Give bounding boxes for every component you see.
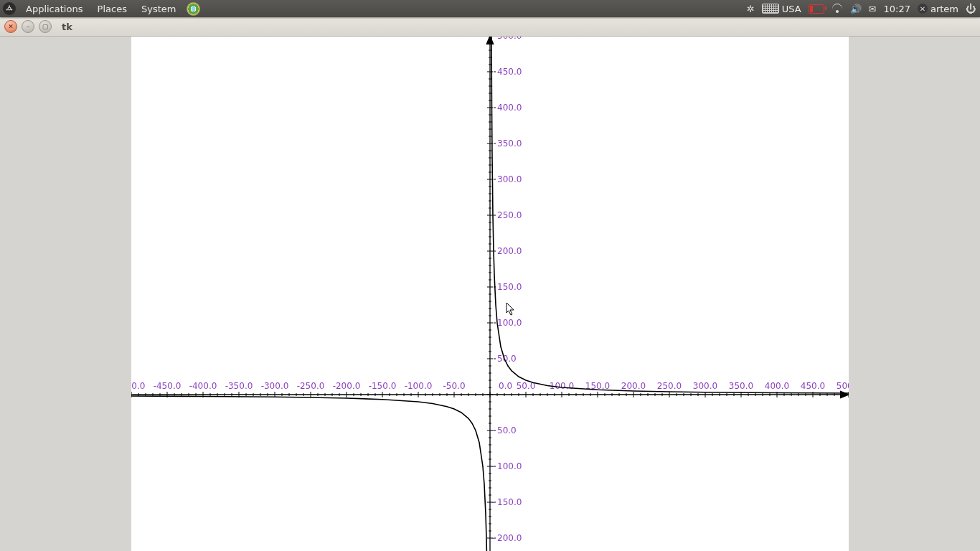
y-tick-label: 300.0 [497,174,522,184]
x-tick-label: -150.0 [369,381,397,391]
x-tick-label: 300.0 [693,381,717,391]
svg-text:-: - [491,425,494,435]
x-tick-label: -450.0 [154,381,182,391]
desktop-background: -500.0-450.0-400.0-350.0-300.0-250.0-200… [0,36,980,551]
x-tick-label: 250.0 [657,381,682,391]
plot-svg: -500.0-450.0-400.0-350.0-300.0-250.0-200… [131,36,849,551]
top-panel: Applications Places System ✲ USA 🔊 ✉ 10:… [0,0,980,17]
ubuntu-logo-icon[interactable] [3,2,16,15]
keyboard-icon [762,4,779,14]
x-tick-label: -500.0 [131,381,145,391]
window-minimise-button[interactable]: – [22,20,34,33]
svg-text:-: - [491,533,494,543]
system-tray: ✲ USA 🔊 ✉ 10:27 ✕ artem ⏻ [747,3,977,14]
menu-system[interactable]: System [136,4,182,14]
y-tick-label: 450.0 [497,67,522,77]
x-tick-label: -50.0 [443,381,465,391]
x-tick-label: 450.0 [801,381,825,391]
battery-icon[interactable] [809,4,824,14]
y-tick-label: 350.0 [497,138,522,149]
keyboard-layout-indicator[interactable]: USA [762,4,801,14]
y-tick-label: 50.0 [497,354,517,364]
y-tick-label: 100.0 [497,318,522,328]
keyboard-layout-label: USA [782,4,801,14]
x-tick-label: 350.0 [729,381,753,391]
panel-menus: Applications Places System [20,4,182,14]
y-tick-label: 200.0 [497,246,522,256]
svg-point-3 [11,9,12,11]
svg-text:-: - [491,497,494,507]
x-tick-label: -200.0 [333,381,361,391]
curve-positive-branch [491,36,849,393]
window-close-button[interactable]: ✕ [4,20,17,33]
window-maximise-button[interactable]: ▢ [39,20,52,33]
curve-negative-branch [131,396,489,551]
clock[interactable]: 10:27 [883,4,910,14]
user-name: artem [930,4,958,14]
user-badge-icon: ✕ [918,4,928,14]
power-icon[interactable]: ⏻ [966,3,976,14]
svg-point-2 [6,9,8,11]
chromium-launcher-icon[interactable] [187,2,200,16]
plot-canvas: -500.0-450.0-400.0-350.0-300.0-250.0-200… [131,36,849,551]
window-title: tk [62,22,72,32]
bluetooth-icon[interactable]: ✲ [747,4,755,14]
y-tick-label: 50.0 [497,425,517,435]
svg-point-1 [9,6,10,7]
menu-places[interactable]: Places [92,4,133,14]
y-tick-label: 250.0 [497,210,522,220]
x-tick-label: -300.0 [261,381,289,391]
y-tick-label: 500.0 [497,36,522,41]
x-tick-label: -250.0 [297,381,325,391]
x-tick-label: 200.0 [621,381,646,391]
window-titlebar[interactable]: ✕ – ▢ tk [0,17,980,37]
y-tick-label: 150.0 [497,497,522,507]
origin-label: 0.0 [499,381,512,391]
y-tick-label: 150.0 [497,282,522,292]
menu-applications[interactable]: Applications [20,4,88,14]
wifi-icon[interactable] [831,4,843,13]
user-menu[interactable]: ✕ artem [918,4,958,14]
x-tick-label: -350.0 [225,381,253,391]
mail-icon[interactable]: ✉ [869,4,877,14]
y-tick-label: 100.0 [497,461,522,471]
volume-icon[interactable]: 🔊 [850,4,862,14]
y-tick-label: 400.0 [497,103,522,113]
x-tick-label: 400.0 [765,381,789,391]
x-tick-label: 500.0 [837,381,849,391]
svg-text:-: - [491,461,494,471]
y-tick-label: 200.0 [497,533,522,543]
x-tick-label: -100.0 [405,381,433,391]
x-tick-label: -400.0 [189,381,217,391]
